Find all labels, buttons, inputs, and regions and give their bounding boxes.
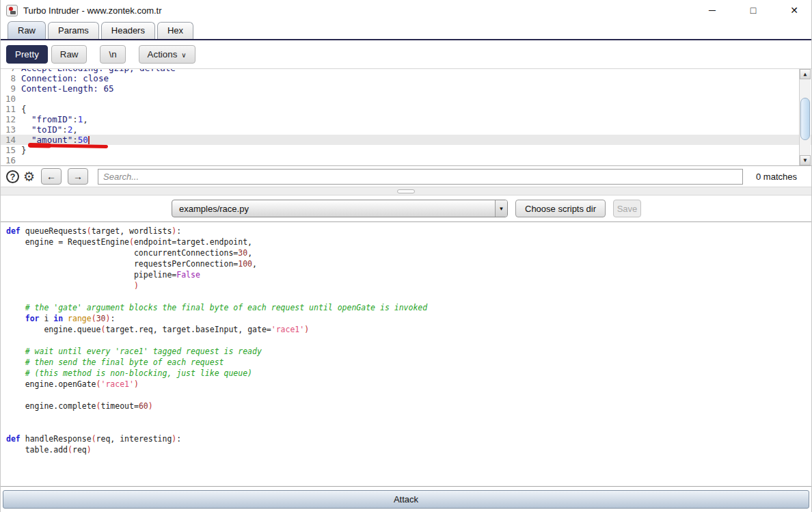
line-text (6, 412, 11, 422)
code-line: pipeline=False (6, 269, 811, 280)
line-number: 11 (1, 104, 21, 114)
code-line: concurrentConnections=30, (6, 247, 811, 258)
code-line: engine.queue(target.req, target.baseInpu… (6, 324, 811, 335)
title-bar: Turbo Intruder - www.zontek.com.tr ─ □ ✕ (1, 0, 811, 21)
request-editor[interactable]: 7Accept-Encoding: gzip, deflate8Connecti… (1, 68, 811, 166)
request-line: 14 "amount":50 (1, 135, 811, 145)
code-line: # the 'gate' argument blocks the final b… (6, 302, 811, 313)
actions-label: Actions (148, 49, 178, 59)
code-line: # then send the final byte of each reque… (6, 357, 811, 368)
splitter-handle[interactable] (397, 189, 415, 193)
tab-headers[interactable]: Headers (101, 22, 155, 39)
line-text (6, 423, 11, 433)
line-text: Connection: close (21, 73, 109, 83)
line-text: requestsPerConnection=100, (6, 259, 257, 269)
line-number: 15 (1, 145, 21, 155)
request-line: 12 "fromID":1, (1, 114, 811, 124)
line-text: Content-Length: 65 (21, 83, 113, 94)
line-text (6, 292, 11, 301)
pretty-button[interactable]: Pretty (6, 45, 48, 64)
close-button[interactable]: ✕ (784, 5, 804, 16)
dropdown-arrow-icon[interactable]: ▼ (495, 200, 507, 217)
chevron-down-icon: ∨ (181, 51, 186, 59)
tab-params[interactable]: Params (48, 22, 99, 39)
python-editor[interactable]: def queueRequests(target, wordlists): en… (1, 221, 811, 487)
line-number: 14 (1, 135, 21, 145)
choose-scripts-dir-button[interactable]: Choose scripts dir (515, 200, 606, 217)
line-text: # then send the final byte of each reque… (6, 358, 224, 367)
line-text: for i in range(30): (6, 314, 115, 323)
window-title: Turbo Intruder - www.zontek.com.tr (23, 5, 162, 16)
line-text: engine.queue(target.req, target.baseInpu… (6, 325, 309, 334)
newline-toggle-button[interactable]: \n (100, 45, 125, 64)
line-text: Accept-Encoding: gzip, deflate (21, 68, 176, 73)
search-input[interactable] (98, 169, 743, 185)
app-icon (6, 5, 18, 16)
scrollbar-thumb[interactable] (800, 98, 810, 140)
code-line: def queueRequests(target, wordlists): (6, 226, 811, 237)
help-icon[interactable]: ? (6, 170, 19, 183)
turbo-intruder-window: Turbo Intruder - www.zontek.com.tr ─ □ ✕… (0, 0, 812, 512)
code-line (6, 291, 811, 302)
code-line: table.add(req) (6, 444, 811, 455)
code-line: # wait until every 'race1' tagged reques… (6, 346, 811, 357)
request-editor-scrollbar[interactable]: ▲ ▼ (799, 69, 811, 165)
attack-bar: Attack (1, 487, 811, 512)
script-select-value: examples/race.py (172, 204, 495, 214)
search-prev-button[interactable]: ← (41, 168, 62, 185)
line-text (21, 155, 27, 165)
request-lines: 7Accept-Encoding: gzip, deflate8Connecti… (1, 68, 811, 165)
raw-view-button[interactable]: Raw (51, 45, 87, 64)
scroll-up-icon[interactable]: ▲ (800, 69, 811, 79)
code-line (6, 412, 811, 422)
request-line: 7Accept-Encoding: gzip, deflate (1, 68, 811, 73)
actions-button[interactable]: Actions∨ (139, 45, 195, 64)
code-line: engine.openGate('race1') (6, 379, 811, 390)
code-line (6, 422, 811, 433)
line-text: def handleResponse(req, interesting): (6, 434, 181, 444)
script-select[interactable]: examples/race.py ▼ (172, 200, 508, 217)
attack-button[interactable]: Attack (3, 490, 809, 509)
line-text: # the 'gate' argument blocks the final b… (6, 303, 427, 312)
save-button[interactable]: Save (613, 200, 641, 217)
line-text: "fromID":1, (21, 114, 88, 124)
code-line: engine = RequestEngine(endpoint=target.e… (6, 237, 811, 247)
match-count-label: 0 matches (747, 172, 806, 182)
line-text: table.add(req) (6, 445, 92, 455)
line-text (21, 94, 27, 104)
scroll-down-icon[interactable]: ▼ (800, 155, 811, 165)
code-line: for i in range(30): (6, 313, 811, 324)
line-text: # (this method is non-blocking, just lik… (6, 368, 252, 378)
line-text: engine.openGate('race1') (6, 379, 139, 389)
red-underline-annotation (29, 144, 108, 148)
code-line: # (this method is non-blocking, just lik… (6, 368, 811, 379)
line-text: # wait until every 'race1' tagged reques… (6, 347, 262, 356)
request-line: 10 (1, 94, 811, 104)
search-bar: ? ⚙ ← → 0 matches (1, 166, 811, 187)
maximize-button[interactable]: □ (743, 5, 763, 16)
gear-icon[interactable]: ⚙ (23, 170, 35, 183)
line-text: } (21, 145, 27, 155)
code-line: engine.complete(timeout=60) (6, 401, 811, 412)
line-number: 10 (1, 94, 21, 104)
editor-toolbar: Pretty Raw \n Actions∨ (1, 40, 811, 68)
search-next-button[interactable]: → (68, 168, 88, 185)
line-number: 8 (1, 73, 21, 83)
line-text: engine = RequestEngine(endpoint=target.e… (6, 237, 252, 247)
line-text: "toID":2, (21, 124, 78, 135)
line-number: 12 (1, 114, 21, 124)
line-text: engine.complete(timeout=60) (6, 401, 153, 411)
tab-hex[interactable]: Hex (157, 22, 193, 39)
request-line: 15} (1, 145, 811, 155)
request-line: 8Connection: close (1, 73, 811, 83)
line-text: pipeline=False (6, 270, 200, 280)
line-text (6, 390, 11, 400)
minimize-button[interactable]: ─ (702, 5, 722, 16)
splitter (1, 187, 811, 196)
tab-raw[interactable]: Raw (8, 21, 46, 39)
text-caret (88, 136, 90, 144)
code-line (6, 335, 811, 346)
window-controls: ─ □ ✕ (702, 5, 804, 16)
line-text (6, 336, 11, 345)
code-line: def handleResponse(req, interesting): (6, 433, 811, 444)
